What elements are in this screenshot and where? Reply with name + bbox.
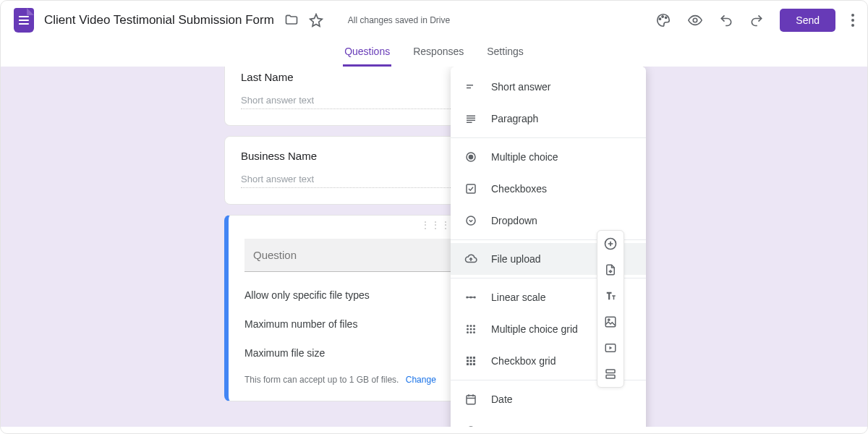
type-option-checkboxes[interactable]: Checkboxes [451, 173, 646, 205]
more-menu-icon[interactable] [851, 14, 854, 27]
svg-point-7 [469, 155, 472, 158]
type-option-label: Short answer [491, 81, 550, 93]
svg-point-36 [608, 319, 610, 320]
svg-rect-28 [473, 360, 475, 362]
allow-filetypes-label: Allow only specific file types [244, 289, 370, 301]
tab-questions[interactable]: Questions [343, 40, 391, 67]
max-files-label: Maximum number of files [244, 318, 357, 330]
add-question-icon[interactable] [602, 235, 619, 252]
type-option-label: Multiple choice grid [491, 323, 578, 335]
svg-rect-8 [467, 184, 475, 193]
svg-rect-25 [473, 357, 475, 359]
redo-icon[interactable] [749, 13, 764, 27]
type-option-multiple-choice[interactable]: Multiple choice [451, 141, 646, 173]
app-frame: Client Video Testimonial Submission Form… [0, 0, 868, 434]
send-button[interactable]: Send [780, 9, 835, 32]
checkboxes-icon [464, 182, 478, 196]
undo-icon[interactable] [719, 13, 733, 27]
svg-point-0 [660, 18, 661, 20]
short-answer-icon [464, 80, 478, 94]
type-option-time[interactable]: Time [451, 415, 646, 427]
svg-rect-30 [470, 363, 472, 365]
svg-rect-35 [605, 317, 616, 327]
svg-point-2 [665, 17, 667, 18]
paragraph-icon [464, 111, 478, 126]
app-header: Client Video Testimonial Submission Form… [1, 1, 867, 40]
type-option-label: Checkboxes [491, 183, 547, 195]
star-icon[interactable] [309, 13, 323, 27]
svg-rect-29 [467, 363, 469, 365]
svg-point-17 [467, 328, 469, 331]
side-toolbar [597, 230, 624, 388]
tab-responses[interactable]: Responses [412, 40, 465, 67]
cb-grid-icon [464, 354, 478, 368]
forms-logo-icon [14, 8, 34, 33]
svg-point-3 [694, 18, 698, 22]
svg-rect-38 [606, 370, 615, 373]
type-option-label: Multiple choice [491, 151, 558, 163]
header-actions: Send [655, 9, 854, 32]
type-option-label: Date [491, 393, 513, 405]
type-option-label: File upload [491, 253, 541, 265]
type-option-short-answer[interactable]: Short answer [451, 71, 646, 103]
svg-point-21 [470, 331, 472, 333]
add-image-icon[interactable] [602, 313, 619, 331]
multiple-choice-icon [464, 150, 478, 164]
svg-point-9 [467, 216, 475, 225]
svg-rect-23 [467, 357, 469, 359]
svg-point-16 [473, 325, 475, 327]
svg-point-1 [662, 16, 663, 17]
tab-settings[interactable]: Settings [485, 40, 525, 67]
change-storage-link[interactable]: Change [406, 375, 436, 385]
svg-rect-26 [467, 360, 469, 362]
short-answer-placeholder: Short answer text [241, 95, 454, 109]
drag-handle-icon[interactable]: ⋮⋮⋮ [421, 220, 451, 230]
type-option-label: Paragraph [491, 113, 538, 124]
svg-point-19 [473, 328, 475, 331]
type-option-label: Linear scale [491, 292, 546, 303]
form-canvas: Last Name Short answer text Business Nam… [1, 67, 867, 427]
type-option-label: Time [491, 425, 514, 427]
svg-rect-27 [470, 360, 472, 362]
theme-icon[interactable] [655, 12, 671, 28]
linear-scale-icon [464, 290, 478, 305]
svg-point-14 [467, 325, 469, 327]
max-size-label: Maximum file size [244, 347, 325, 359]
save-status: All changes saved in Drive [348, 15, 450, 25]
add-video-icon[interactable] [602, 339, 619, 357]
type-option-paragraph[interactable]: Paragraph [451, 103, 646, 135]
svg-rect-24 [470, 357, 472, 359]
preview-icon[interactable] [687, 12, 703, 28]
type-option-date[interactable]: Date [451, 383, 646, 415]
add-title-icon[interactable] [602, 287, 619, 305]
svg-rect-39 [606, 375, 615, 379]
dropdown-icon [464, 213, 478, 228]
file-upload-icon [464, 252, 478, 266]
svg-point-18 [470, 328, 472, 331]
svg-rect-32 [467, 396, 475, 404]
time-icon [464, 424, 478, 427]
view-tabs: Questions Responses Settings [1, 40, 867, 67]
type-option-label: Dropdown [491, 215, 537, 226]
svg-point-20 [467, 331, 469, 333]
date-icon [464, 392, 478, 407]
svg-rect-13 [467, 297, 475, 298]
svg-point-15 [470, 325, 472, 327]
svg-point-22 [473, 331, 475, 333]
svg-rect-31 [473, 363, 475, 365]
short-answer-placeholder: Short answer text [241, 174, 454, 188]
move-to-folder-icon[interactable] [284, 13, 299, 27]
import-questions-icon[interactable] [602, 261, 619, 278]
type-option-label: Checkbox grid [491, 355, 556, 367]
add-section-icon[interactable] [602, 365, 619, 383]
mc-grid-icon [464, 322, 478, 336]
form-title[interactable]: Client Video Testimonial Submission Form [44, 13, 274, 27]
